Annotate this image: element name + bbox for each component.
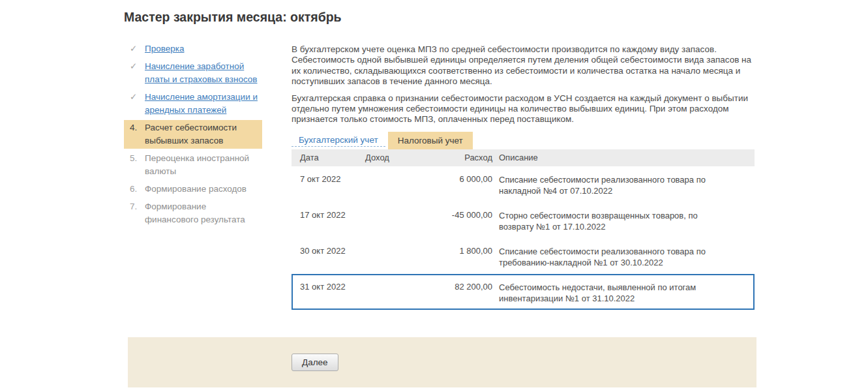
table-row[interactable]: 30 окт 2022 1 800,00 Списание себестоимо… <box>292 238 755 274</box>
description-paragraph-1: В бухгалтерском учете оценка МПЗ по сред… <box>292 44 755 87</box>
wizard-step: ✓ Проверка <box>124 41 262 57</box>
page-title: Мастер закрытия месяца: октябрь <box>124 10 342 25</box>
column-header-income: Доход <box>365 153 443 162</box>
wizard-step: ✓ Начисление заработной платы и страховы… <box>124 59 262 87</box>
step-label: Формирование расходов <box>145 183 262 196</box>
step-marker-icon: 5. <box>130 152 145 178</box>
step-marker-icon: 6. <box>130 183 145 196</box>
entries-table: Дата Доход Расход Описание 7 окт 2022 6 … <box>292 149 755 310</box>
cell-expense: 6 000,00 <box>443 174 492 184</box>
table-row[interactable]: 17 окт 2022 -45 000,00 Сторно себестоимо… <box>292 202 755 238</box>
step-marker-icon: 4. <box>130 121 145 147</box>
step-label: Формирование финансового результата <box>145 200 262 226</box>
cell-description: Сторно себестоимости возвращенных товаро… <box>492 210 753 232</box>
step-marker-icon: ✓ <box>130 42 145 55</box>
table-row[interactable]: 31 окт 2022 82 200,00 Себестоимость недо… <box>292 274 755 310</box>
tab[interactable]: Бухгалтерский учет <box>292 132 385 147</box>
cell-description: Списание себестоимости реализованного то… <box>492 174 753 196</box>
step-label[interactable]: Проверка <box>145 42 262 55</box>
wizard-step: 7. Формирование финансового результата <box>124 199 262 228</box>
step-label[interactable]: Начисление заработной платы и страховых … <box>145 60 262 86</box>
accounting-tabs: Бухгалтерский учет Налоговый учет <box>292 132 755 149</box>
column-header-description: Описание <box>492 153 755 162</box>
cell-date: 31 окт 2022 <box>293 282 365 292</box>
step-label[interactable]: Начисление амортизации и арендных платеж… <box>145 91 262 117</box>
step-label: Расчет себестоимости выбывших запасов <box>145 121 262 147</box>
wizard-step: ✓ Начисление амортизации и арендных плат… <box>124 89 262 118</box>
tab[interactable]: Налоговый учет <box>388 132 473 149</box>
cell-expense: -45 000,00 <box>443 210 492 220</box>
cell-date: 17 окт 2022 <box>293 210 365 220</box>
cell-expense: 82 200,00 <box>443 282 492 292</box>
cell-expense: 1 800,00 <box>443 246 492 256</box>
column-header-date: Дата <box>292 153 365 162</box>
description-paragraph-2: Бухгалтерская справка о признании себест… <box>292 93 755 125</box>
table-row[interactable]: 7 окт 2022 6 000,00 Списание себестоимос… <box>292 166 755 202</box>
cell-date: 30 окт 2022 <box>293 246 365 256</box>
wizard-step: 4. Расчет себестоимости выбывших запасов <box>124 120 262 149</box>
step-marker-icon: 7. <box>130 200 145 226</box>
step-marker-icon: ✓ <box>130 91 145 117</box>
wizard-steps: ✓ Проверка ✓ Начисление заработной платы… <box>124 41 262 230</box>
cell-date: 7 окт 2022 <box>293 174 365 184</box>
column-header-expense: Расход <box>443 153 492 162</box>
wizard-step: 6. Формирование расходов <box>124 181 262 197</box>
footer-bar: Далее <box>128 337 756 387</box>
table-header-row: Дата Доход Расход Описание <box>292 149 755 166</box>
step-marker-icon: ✓ <box>130 60 145 86</box>
wizard-step: 5. Переоценка иностранной валюты <box>124 151 262 179</box>
step-content: В бухгалтерском учете оценка МПЗ по сред… <box>292 41 755 310</box>
cell-description: Списание себестоимости реализованного то… <box>492 246 753 268</box>
step-label: Переоценка иностранной валюты <box>145 152 262 178</box>
cell-description: Себестоимость недостачи, выявленной по и… <box>492 282 753 304</box>
month-close-wizard: Мастер закрытия месяца: октябрь ✓ Провер… <box>0 0 868 392</box>
next-button[interactable]: Далее <box>292 354 338 371</box>
